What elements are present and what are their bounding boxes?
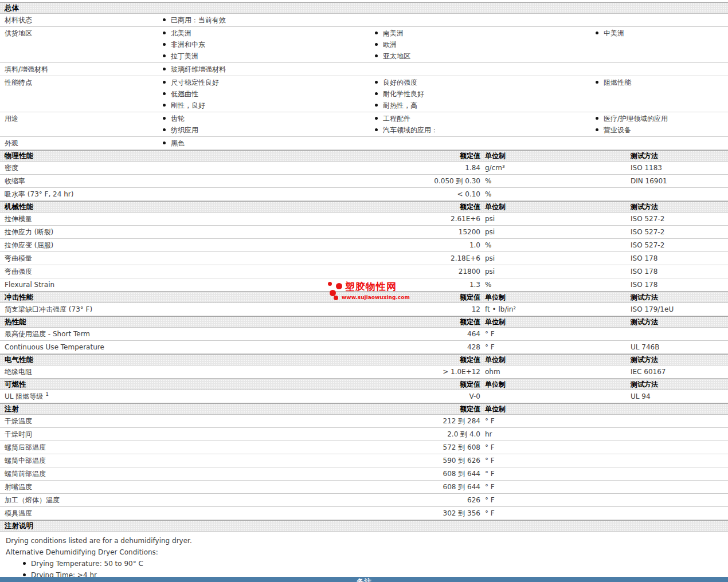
bullet-text: 工程配件 (383, 115, 410, 123)
property-row: Continuous Use Temperature 428 ° F UL 74… (0, 341, 728, 354)
general-row-col (375, 64, 596, 75)
property-label: 绝缘电阻 (5, 365, 32, 378)
bullet-icon (163, 32, 166, 34)
section-title: 冲击性能 (5, 292, 33, 302)
property-unit: ° F (485, 481, 495, 493)
general-row-col: 良好的强度耐化学性良好耐热性，高 (375, 77, 596, 111)
site-watermark-logo: 塑胶物性网 www.sujiaowuxing.com (324, 279, 416, 303)
property-value: V-0 (469, 390, 480, 403)
bullet-text: 耐热性，高 (383, 101, 417, 109)
general-row-label: 供货地区 (0, 27, 163, 62)
property-value: 302 到 356 (443, 507, 480, 520)
general-row-col: 尺寸稳定性良好低翘曲性刚性，良好 (163, 77, 375, 111)
bullet-icon (596, 32, 598, 34)
property-row: 最高使用温度 - Short Term 464 ° F (0, 328, 728, 341)
bullet-icon (375, 81, 378, 84)
property-unit: g/cm³ (485, 162, 505, 174)
property-row: 拉伸模量 2.61E+6 psi ISO 527-2 (0, 213, 728, 226)
bullet-icon (163, 18, 166, 21)
property-row: 射嘴温度 608 到 644 ° F (0, 481, 728, 494)
bullet-text: 汽车领域的应用： (383, 126, 438, 134)
footer-notes-label: 备注 (0, 577, 728, 582)
property-unit: ° F (485, 494, 495, 506)
column-header-method: 测试方法 (631, 379, 658, 390)
general-row: 性能特点 尺寸稳定性良好低翘曲性刚性，良好 良好的强度耐化学性良好耐热性，高 阻… (0, 76, 728, 112)
bullet-icon (163, 81, 166, 84)
column-header-method: 测试方法 (631, 151, 658, 161)
bullet-icon (163, 104, 166, 107)
property-value: 572 到 608 (443, 441, 480, 454)
property-unit: ° F (485, 467, 495, 480)
general-row: 填料/增强材料 玻璃纤维增强材料 (0, 63, 728, 76)
notes-line: Alternative Dehumidifying Dryer Conditio… (6, 546, 728, 558)
property-row: 密度 1.84 g/cm³ ISO 1183 (0, 162, 728, 175)
bullet-text: 玻璃纤维增强材料 (171, 65, 226, 73)
section-title: 物理性能 (5, 151, 33, 161)
property-value: 15200 (459, 226, 480, 238)
general-rows: 材料状态 已商用：当前有效 供货地区 北美洲非洲和中东拉丁美洲 南美洲欧洲亚太地… (0, 14, 728, 150)
section-header: 物理性能 额定值 单位制 测试方法 (0, 150, 728, 162)
property-test-method: ISO 1183 (631, 162, 662, 174)
bullet-item: 刚性，良好 (163, 100, 375, 111)
property-row: 模具温度 302 到 356 ° F (0, 507, 728, 520)
property-value: > 1.0E+12 (443, 365, 480, 378)
property-row: 绝缘电阻 > 1.0E+12 ohm IEC 60167 (0, 365, 728, 379)
bullet-icon (163, 128, 166, 131)
property-label: 射嘴温度 (5, 481, 32, 493)
bullet-item: 南美洲 (375, 27, 596, 39)
bullet-icon (375, 128, 378, 131)
bullet-text: 中美洲 (604, 29, 624, 37)
property-unit: ft • lb/in² (485, 303, 516, 316)
watermark-site-url[interactable]: www.sujiaowuxing.com (342, 294, 410, 300)
property-unit: % (485, 278, 491, 291)
column-header-value: 额定值 (460, 292, 480, 302)
column-header-unit: 单位制 (485, 404, 506, 414)
general-row-label: 材料状态 (0, 14, 163, 26)
bullet-icon (163, 43, 166, 46)
general-row-col: 玻璃纤维增强材料 (163, 64, 375, 75)
bullet-text: 南美洲 (383, 29, 404, 37)
property-test-method: ISO 178 (631, 252, 657, 265)
property-value: 2.0 到 4.0 (447, 428, 480, 441)
bullet-icon (596, 81, 598, 84)
bullet-text: 亚太地区 (383, 52, 410, 60)
column-header-value: 额定值 (460, 355, 480, 365)
bullet-text: 非洲和中东 (171, 41, 205, 49)
section-header: 可燃性 额定值 单位制 测试方法 (0, 379, 728, 390)
property-label: 弯曲模量 (5, 252, 32, 265)
column-header-unit: 单位制 (485, 151, 506, 161)
property-label: 螺筒后部温度 (5, 441, 46, 454)
property-row: 弯曲模量 2.18E+6 psi ISO 178 (0, 252, 728, 265)
property-test-method: UL 94 (631, 390, 651, 403)
bullet-icon (596, 117, 598, 120)
general-row-col: 工程配件汽车领域的应用： (375, 113, 596, 136)
property-value: 1.84 (465, 162, 480, 174)
property-row: 简支梁缺口冲击强度 (73° F) 12 ft • lb/in² ISO 179… (0, 303, 728, 316)
property-label: 最高使用温度 - Short Term (5, 328, 90, 340)
property-label: 模具温度 (5, 507, 32, 520)
property-label: 拉伸应力 (断裂) (5, 226, 53, 238)
property-label: Flexural Strain (5, 278, 54, 291)
property-value: 1.3 (469, 278, 480, 291)
column-header-unit: 单位制 (485, 355, 506, 365)
bullet-item: 黑色 (163, 137, 375, 149)
logo-dot-icon (328, 282, 332, 286)
property-section: 电气性能 额定值 单位制 测试方法 绝缘电阻 > 1.0E+12 ohm IEC… (0, 354, 728, 379)
bullet-icon (375, 54, 378, 57)
property-section: 注射 额定值 单位制 干燥温度 212 到 284 ° F 干燥时间 2.0 到… (0, 403, 728, 520)
bullet-icon (23, 562, 26, 565)
general-row-col (375, 14, 596, 26)
property-value: 1.0 (469, 239, 480, 251)
column-header-value: 额定值 (460, 317, 480, 327)
property-row: 加工（熔体）温度 626 ° F (0, 494, 728, 507)
property-row: 收缩率 0.050 到 0.30 % DIN 16901 (0, 175, 728, 188)
property-label: 螺筒中部温度 (5, 454, 46, 467)
property-label: UL 阻燃等级 1 (5, 390, 49, 403)
general-row-col: 已商用：当前有效 (163, 14, 375, 26)
bullet-item: 工程配件 (375, 113, 596, 124)
property-test-method: UL 746B (631, 341, 659, 353)
general-row-col: 黑色 (163, 137, 375, 149)
footnote-superscript: 1 (45, 391, 49, 397)
property-section: 物理性能 额定值 单位制 测试方法 密度 1.84 g/cm³ ISO 1183… (0, 150, 728, 201)
property-row: 螺筒前部温度 608 到 644 ° F (0, 467, 728, 481)
